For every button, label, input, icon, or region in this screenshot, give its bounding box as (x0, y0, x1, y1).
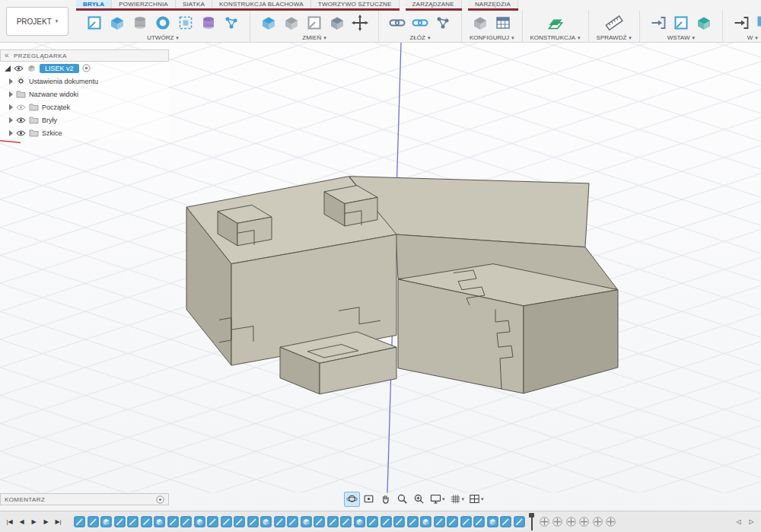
display-settings-button[interactable]: ▾ (428, 492, 447, 507)
timeline-sketch-icon[interactable] (274, 516, 285, 527)
timeline-sketch-icon[interactable] (380, 516, 392, 527)
timeline-joint-icon[interactable] (539, 516, 550, 527)
collapse-panel-icon[interactable]: « (5, 52, 9, 59)
tab-narz-dzia[interactable]: NARZĘDZIA (468, 0, 518, 8)
browser-root-label[interactable]: LISEK v2 (40, 64, 79, 73)
timeline-sketch-icon[interactable] (74, 516, 85, 527)
browser-item-ustawienia-dokumentu[interactable]: Ustawienia dokumentu (0, 75, 169, 88)
timeline-feature-icon[interactable] (100, 516, 112, 527)
combine-icon[interactable] (326, 12, 348, 33)
browser-root-row[interactable]: LISEK v2 (0, 62, 169, 75)
activate-radio-icon[interactable] (82, 64, 91, 72)
zoom-button[interactable] (394, 492, 410, 507)
configuration-table-icon[interactable] (492, 12, 514, 33)
timeline-sketch-icon[interactable] (207, 516, 218, 527)
timeline-joint-icon[interactable] (592, 516, 603, 527)
form-icon[interactable] (129, 12, 151, 33)
model-lisek[interactable] (186, 177, 618, 394)
timeline-feature-icon[interactable] (420, 516, 431, 527)
timeline-sketch-icon[interactable] (287, 516, 298, 527)
ribbon-group-label-zmie[interactable]: ZMIEŃ▾ (302, 33, 326, 42)
timeline-sketch-icon[interactable] (167, 516, 179, 527)
timeline-feature-icon[interactable] (260, 516, 272, 527)
joint-icon[interactable] (409, 12, 431, 33)
revolve-icon[interactable] (152, 12, 174, 33)
press-pull-icon[interactable] (258, 12, 279, 33)
timeline-sketch-icon[interactable] (500, 516, 511, 527)
timeline-joint-icon[interactable] (552, 516, 563, 527)
timeline-sketch-icon[interactable] (447, 516, 458, 527)
timeline-sketch-icon[interactable] (393, 516, 405, 527)
timeline-feature-icon[interactable] (154, 516, 165, 527)
extrude-icon[interactable] (107, 12, 128, 33)
configuration-icon[interactable] (470, 12, 491, 33)
timeline-sketch-icon[interactable] (514, 516, 525, 527)
timeline-sketch-icon[interactable] (88, 516, 99, 527)
timeline-sketch-icon[interactable] (247, 516, 259, 527)
expand-icon[interactable] (9, 117, 13, 123)
timeline-sketch-icon[interactable] (367, 516, 378, 527)
tab-powierzchnia[interactable]: POWIERZCHNIA (112, 0, 176, 8)
ribbon-group-label-utw-rz[interactable]: UTWÓRZ▾ (147, 33, 179, 42)
ribbon-group-label-konstrukcja[interactable]: KONSTRUKCJA▾ (530, 33, 581, 42)
select-icon[interactable] (753, 12, 761, 33)
timeline-sketch-icon[interactable] (180, 516, 192, 527)
timeline-sketch-icon[interactable] (141, 516, 152, 527)
decal-icon[interactable] (670, 12, 692, 33)
timeline-sketch-icon[interactable] (127, 516, 139, 527)
timeline-sketch-icon[interactable] (114, 516, 126, 527)
timeline-feature-icon[interactable] (487, 516, 498, 527)
fillet-icon[interactable] (281, 12, 302, 33)
timeline-sketch-icon[interactable] (460, 516, 472, 527)
look-at-button[interactable] (361, 492, 377, 507)
measure-icon[interactable] (603, 12, 625, 33)
tab-tworzywo-sztuczne[interactable]: TWORZYWO SZTUCZNE (311, 0, 400, 8)
expand-icon[interactable] (9, 91, 13, 97)
ribbon-group-label-wstaw[interactable]: WSTAW▾ (667, 33, 695, 42)
eye-icon[interactable] (16, 129, 26, 137)
loft-icon[interactable] (198, 12, 219, 33)
insert-into-icon[interactable] (731, 12, 752, 33)
timeline-sketch-icon[interactable] (473, 516, 485, 527)
expand-icon[interactable] (9, 130, 13, 136)
expand-open-icon[interactable] (5, 65, 11, 72)
comment-expand-icon[interactable] (156, 495, 164, 504)
create-sketch-icon[interactable] (84, 12, 105, 33)
insert-mesh-icon[interactable] (693, 12, 715, 33)
new-component-icon[interactable] (387, 12, 408, 33)
expand-icon[interactable] (9, 104, 13, 110)
fit-button[interactable] (411, 492, 427, 507)
timeline-sketch-icon[interactable] (234, 516, 245, 527)
timeline-sketch-icon[interactable] (327, 516, 339, 527)
construction-geometry-icon[interactable] (545, 12, 566, 33)
eye-icon[interactable] (14, 65, 24, 72)
tab-zarz-dzane[interactable]: ZARZĄDZANE (406, 0, 462, 8)
pan-button[interactable] (377, 492, 393, 507)
tab-siatka[interactable]: SIATKA (176, 0, 212, 8)
tab-bry-a[interactable]: BRYŁA (76, 0, 112, 8)
timeline-sketch-icon[interactable] (221, 516, 232, 527)
step-back-button[interactable]: ◀ (17, 518, 27, 525)
ribbon-group-label-sprawd[interactable]: SPRAWDŹ▾ (597, 33, 632, 42)
move-icon[interactable] (349, 12, 371, 33)
browser-item-pocz-tek[interactable]: Początek (0, 100, 169, 113)
ribbon-group-label-z[interactable]: ZŁÓŻ▾ (410, 33, 431, 42)
timeline-feature-icon[interactable] (354, 516, 365, 527)
timeline-scroll-left-button[interactable]: ◁ (734, 518, 743, 525)
browser-item-nazwane-widoki[interactable]: Nazwane widoki (0, 88, 169, 100)
ribbon-group-label-w[interactable]: W▾ (747, 33, 758, 42)
eye-icon[interactable] (16, 116, 26, 124)
orbit-button[interactable] (344, 492, 360, 507)
go-to-end-button[interactable]: ▶| (53, 518, 63, 525)
pattern-icon[interactable] (175, 12, 196, 33)
go-to-start-button[interactable]: |◀ (5, 518, 14, 525)
timeline-sketch-icon[interactable] (434, 516, 445, 527)
timeline-scroll-right-button[interactable]: ▷ (747, 518, 756, 525)
ribbon-group-label-konfiguruj[interactable]: KONFIGURUJ▾ (470, 33, 514, 42)
as-built-joint-icon[interactable] (432, 12, 454, 33)
timeline-feature-icon[interactable] (194, 516, 205, 527)
browser-header[interactable]: « PRZEGLĄDARKA (0, 49, 169, 62)
grid-settings-button[interactable]: ▾ (447, 492, 466, 507)
tab-konstrukcja-blachowa[interactable]: KONSTRUKCJA BLACHOWA (212, 0, 311, 8)
timeline-joint-icon[interactable] (605, 516, 616, 527)
